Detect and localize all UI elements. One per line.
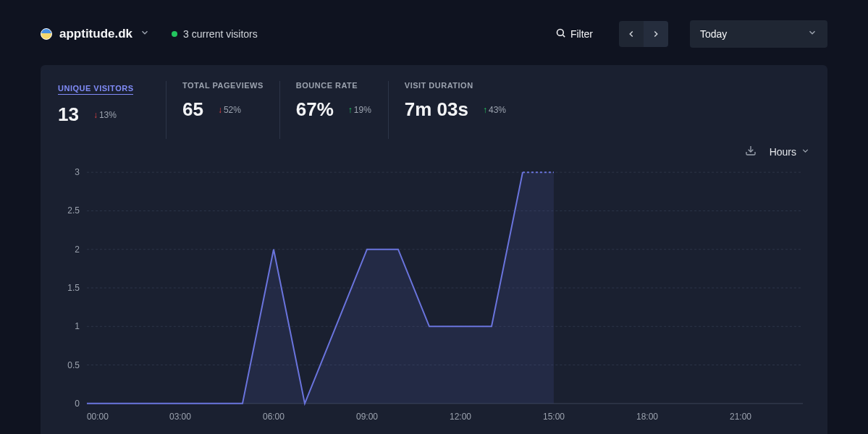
metric-label: VISIT DURATION (405, 81, 506, 90)
svg-text:3: 3 (75, 167, 80, 177)
metric-value: 67% (296, 98, 334, 121)
metric-label: UNIQUE VISITORS (58, 84, 133, 95)
site-selector[interactable]: apptitude.dk (41, 27, 150, 41)
download-button[interactable] (745, 145, 757, 159)
current-visitors-text: 3 current visitors (183, 28, 258, 40)
metric-value: 7m 03s (405, 98, 468, 121)
svg-text:00:00: 00:00 (87, 412, 109, 422)
chevron-down-icon (801, 146, 810, 158)
svg-point-0 (557, 30, 563, 36)
metric-bounce-rate[interactable]: BOUNCE RATE67%↑ 19% (280, 81, 389, 139)
filter-button[interactable]: Filter (547, 22, 602, 46)
svg-text:21:00: 21:00 (730, 412, 751, 422)
metrics-row: UNIQUE VISITORS13↓ 13%TOTAL PAGEVIEWS65↓… (41, 65, 827, 139)
interval-label: Hours (770, 146, 796, 158)
metric-change: ↓ 13% (93, 110, 117, 120)
next-period-button[interactable] (644, 21, 668, 47)
svg-text:18:00: 18:00 (636, 412, 658, 422)
date-range-picker[interactable]: Today (690, 20, 827, 48)
chevron-down-icon (807, 27, 817, 41)
svg-text:12:00: 12:00 (450, 412, 471, 422)
svg-text:0.5: 0.5 (67, 360, 80, 370)
metric-change: ↓ 52% (218, 105, 241, 115)
interval-picker[interactable]: Hours (770, 146, 810, 158)
metric-value: 13 (58, 103, 79, 126)
metric-change: ↑ 43% (483, 105, 506, 115)
live-dot-icon (172, 31, 177, 37)
metric-visit-duration[interactable]: VISIT DURATION7m 03s↑ 43% (389, 81, 522, 139)
svg-text:03:00: 03:00 (169, 412, 191, 422)
metric-label: BOUNCE RATE (296, 81, 372, 90)
chevron-down-icon (140, 27, 150, 41)
chart-area: 00.511.522.5300:0003:0006:0009:0012:0015… (41, 162, 827, 434)
metric-change: ↑ 19% (348, 105, 371, 115)
date-range-label: Today (700, 28, 727, 40)
prev-period-button[interactable] (619, 21, 644, 47)
visitors-chart: 00.511.522.5300:0003:0006:0009:0012:0015… (58, 165, 810, 425)
svg-line-1 (562, 35, 565, 37)
stats-card: UNIQUE VISITORS13↓ 13%TOTAL PAGEVIEWS65↓… (41, 65, 827, 434)
svg-text:09:00: 09:00 (356, 412, 378, 422)
search-icon (555, 27, 566, 41)
svg-text:1.5: 1.5 (67, 283, 80, 293)
date-nav (619, 21, 668, 47)
filter-label: Filter (570, 28, 593, 40)
metric-label: TOTAL PAGEVIEWS (182, 81, 264, 90)
svg-text:15:00: 15:00 (543, 412, 565, 422)
svg-text:06:00: 06:00 (263, 412, 285, 422)
svg-text:2.5: 2.5 (67, 205, 80, 216)
metric-value: 65 (182, 98, 203, 121)
svg-text:2: 2 (75, 244, 80, 255)
site-favicon (41, 28, 52, 40)
metric-total-pageviews[interactable]: TOTAL PAGEVIEWS65↓ 52% (167, 81, 280, 139)
svg-text:1: 1 (75, 321, 80, 331)
svg-text:0: 0 (75, 399, 80, 409)
metric-unique-visitors[interactable]: UNIQUE VISITORS13↓ 13% (58, 81, 167, 139)
site-name: apptitude.dk (59, 27, 132, 41)
current-visitors[interactable]: 3 current visitors (172, 28, 258, 40)
